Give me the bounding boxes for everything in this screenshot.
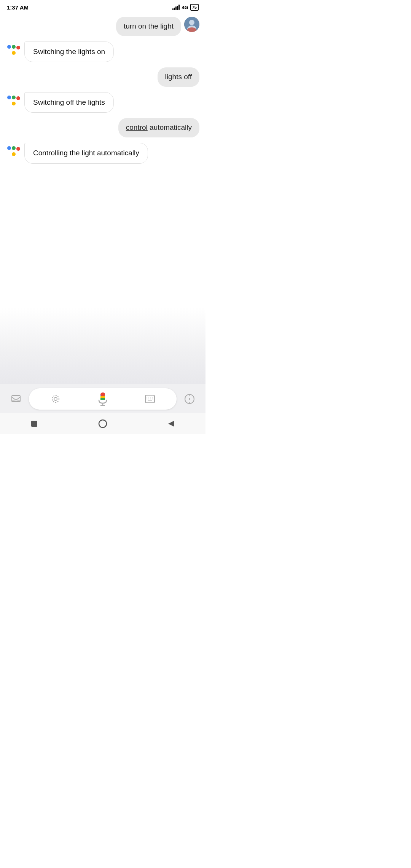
- signal-bars-icon: [172, 5, 180, 10]
- svg-point-26: [189, 398, 190, 400]
- explore-button[interactable]: [181, 391, 198, 407]
- svg-rect-11: [100, 396, 105, 398]
- user-message-row-2: lights off: [6, 67, 199, 87]
- svg-point-8: [54, 397, 57, 400]
- svg-marker-33: [168, 421, 174, 427]
- assistant-message-row-3: Controlling the light automatically: [6, 143, 199, 164]
- mic-pill[interactable]: [29, 388, 177, 410]
- mic-button[interactable]: [97, 392, 109, 406]
- network-label: 4G: [182, 5, 188, 10]
- google-assistant-icon-2: [6, 92, 21, 107]
- inbox-button[interactable]: [8, 391, 24, 407]
- svg-point-1: [189, 20, 194, 25]
- user-bubble-1: turn on the light: [116, 17, 181, 36]
- svg-rect-10: [100, 393, 105, 396]
- nav-bar: [0, 413, 206, 434]
- svg-point-32: [99, 420, 107, 428]
- user-message-row-3: control automatically: [6, 118, 199, 137]
- bottom-gradient: [0, 308, 206, 384]
- google-assistant-icon: [6, 41, 21, 57]
- status-icons: 4G 75: [172, 4, 199, 11]
- nav-square-button[interactable]: [25, 414, 44, 433]
- assistant-bubble-2: Switching off the lights: [24, 92, 114, 113]
- assistant-message-row-1: Switching the lights on: [6, 41, 199, 62]
- svg-point-7: [52, 396, 59, 402]
- assistant-bubble-1: Switching the lights on: [24, 41, 114, 62]
- user-message-row-1: turn on the light: [6, 17, 199, 36]
- status-time: 1:37 AM: [7, 4, 29, 11]
- status-bar: 1:37 AM 4G 75: [0, 0, 206, 13]
- nav-back-button[interactable]: [162, 414, 181, 433]
- user-avatar: [184, 17, 199, 32]
- lens-button[interactable]: [51, 394, 61, 404]
- google-assistant-icon-3: [6, 143, 21, 158]
- nav-circle-button[interactable]: [93, 414, 112, 433]
- user-bubble-2: lights off: [158, 67, 199, 87]
- chat-area: turn on the light Switching the lights o…: [0, 13, 206, 308]
- keyboard-button[interactable]: [145, 395, 155, 403]
- svg-rect-12: [100, 398, 105, 400]
- underlined-word: control: [126, 123, 148, 131]
- user-bubble-3: control automatically: [118, 118, 199, 137]
- assistant-bubble-3: Controlling the light automatically: [24, 143, 148, 164]
- svg-rect-31: [31, 421, 37, 427]
- assistant-message-row-2: Switching off the lights: [6, 92, 199, 113]
- battery-icon: 75: [190, 4, 199, 11]
- bottom-bar: [0, 384, 206, 413]
